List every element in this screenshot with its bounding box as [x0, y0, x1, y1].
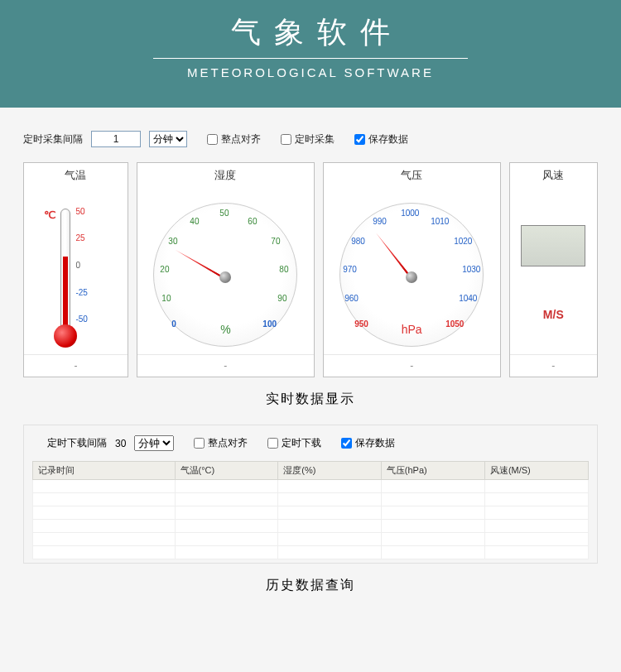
wind-title: 风速: [510, 163, 597, 191]
history-section-title: 历史数据查询: [23, 577, 598, 594]
table-row: [33, 533, 589, 546]
table-row: [33, 520, 589, 533]
download-interval-label: 定时下载间隔: [47, 436, 107, 450]
temperature-value: -: [24, 354, 128, 377]
table-row: [33, 493, 589, 506]
align-checkbox-wrap[interactable]: 整点对齐: [207, 132, 261, 146]
wind-unit: M/S: [543, 308, 564, 321]
celsius-label: ℃: [44, 209, 56, 221]
realtime-controls: 定时采集间隔 1 分钟 整点对齐 定时采集 保存数据: [23, 131, 598, 147]
wind-value: -: [510, 354, 597, 377]
save2-checkbox[interactable]: [341, 438, 352, 449]
align2-checkbox-wrap[interactable]: 整点对齐: [194, 436, 248, 450]
col-temp[interactable]: 气温(°C): [175, 462, 278, 480]
table-row: [33, 546, 589, 559]
banner-subtitle: METEOROLOGICAL SOFTWARE: [0, 65, 621, 79]
wind-display: [521, 225, 585, 266]
save2-checkbox-wrap[interactable]: 保存数据: [341, 436, 395, 450]
pressure-unit: hPa: [333, 323, 490, 336]
pressure-gauge: 950 960 970 980 990 1000 1010 1020 1030 …: [333, 199, 490, 348]
humidity-title: 湿度: [137, 163, 314, 191]
align2-checkbox[interactable]: [194, 438, 205, 449]
align-checkbox[interactable]: [207, 134, 218, 145]
realtime-section-title: 实时数据显示: [23, 391, 598, 408]
thermo-bulb: [54, 324, 77, 348]
app-window: 定时采集间隔 1 分钟 整点对齐 定时采集 保存数据 气温 ℃: [0, 108, 621, 619]
history-header-row: 记录时间 气温(°C) 湿度(%) 气压(hPa) 风速(M/S): [33, 462, 589, 480]
gauge-panels: 气温 ℃ 50 25 0 -25 -50 - 湿度: [23, 162, 598, 377]
col-pres[interactable]: 气压(hPa): [381, 462, 484, 480]
temperature-panel: 气温 ℃ 50 25 0 -25 -50 -: [23, 162, 128, 377]
save-checkbox-wrap[interactable]: 保存数据: [354, 132, 408, 146]
download-interval-unit-select[interactable]: 分钟: [134, 435, 174, 451]
col-wind[interactable]: 风速(M/S): [484, 462, 588, 480]
table-row: [33, 480, 589, 493]
history-box: 定时下载间隔 30 分钟 整点对齐 定时下载 保存数据 记录时间: [23, 425, 598, 564]
download-checkbox-wrap[interactable]: 定时下载: [267, 436, 321, 450]
humidity-unit: %: [147, 323, 304, 336]
banner: 气象软件 METEOROLOGICAL SOFTWARE: [0, 0, 621, 108]
collect-checkbox-wrap[interactable]: 定时采集: [281, 132, 335, 146]
col-hum[interactable]: 湿度(%): [278, 462, 382, 480]
temperature-title: 气温: [24, 163, 128, 191]
history-table: 记录时间 气温(°C) 湿度(%) 气压(hPa) 风速(M/S): [32, 461, 589, 559]
humidity-gauge: 0 10 20 30 40 50 60 70 80 90 100 %: [147, 199, 304, 348]
pressure-value: -: [324, 354, 500, 377]
collect-interval-input[interactable]: 1: [91, 131, 141, 147]
collect-interval-unit-select[interactable]: 分钟: [149, 131, 187, 147]
banner-title: 气象软件: [0, 12, 621, 53]
download-interval-input[interactable]: 30: [115, 438, 126, 449]
collect-interval-label: 定时采集间隔: [23, 132, 83, 146]
save-checkbox[interactable]: [354, 134, 365, 145]
history-body: [33, 480, 589, 559]
pressure-panel: 气压 950 960 970 980 990 1000 1010 1020 10…: [323, 162, 501, 377]
banner-divider: [153, 58, 468, 59]
pressure-title: 气压: [324, 163, 500, 191]
wind-panel: 风速 M/S -: [509, 162, 598, 377]
history-controls: 定时下载间隔 30 分钟 整点对齐 定时下载 保存数据: [47, 435, 589, 451]
humidity-panel: 湿度 0 10 20 30 40 50 60 70 80 90 100: [137, 162, 315, 377]
thermometer-gauge: ℃ 50 25 0 -25 -50: [42, 199, 108, 348]
download-checkbox[interactable]: [267, 438, 278, 449]
humidity-value: -: [137, 354, 314, 377]
thermo-fill: [63, 257, 68, 329]
table-row: [33, 506, 589, 520]
col-time[interactable]: 记录时间: [33, 462, 176, 480]
collect-checkbox[interactable]: [281, 134, 291, 145]
